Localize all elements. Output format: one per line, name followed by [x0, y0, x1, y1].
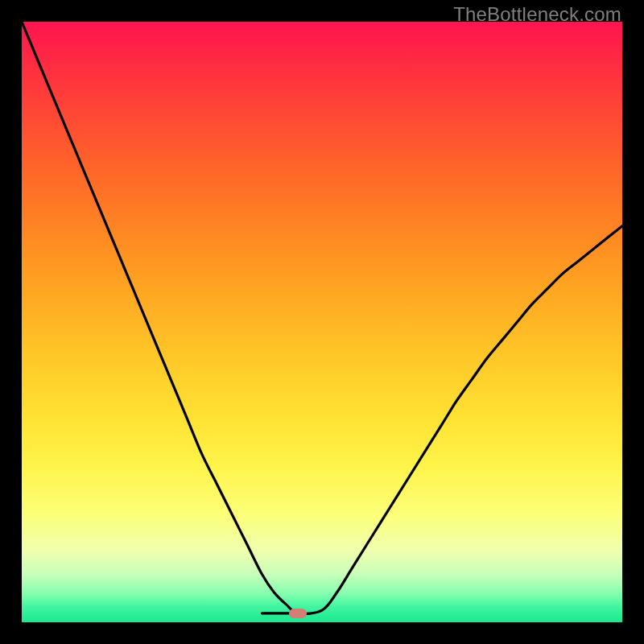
optimum-marker — [289, 609, 307, 618]
bottleneck-curve — [22, 22, 622, 622]
chart-frame: TheBottleneck.com — [0, 0, 644, 644]
watermark-text: TheBottleneck.com — [453, 3, 621, 26]
plot-area — [22, 22, 622, 622]
